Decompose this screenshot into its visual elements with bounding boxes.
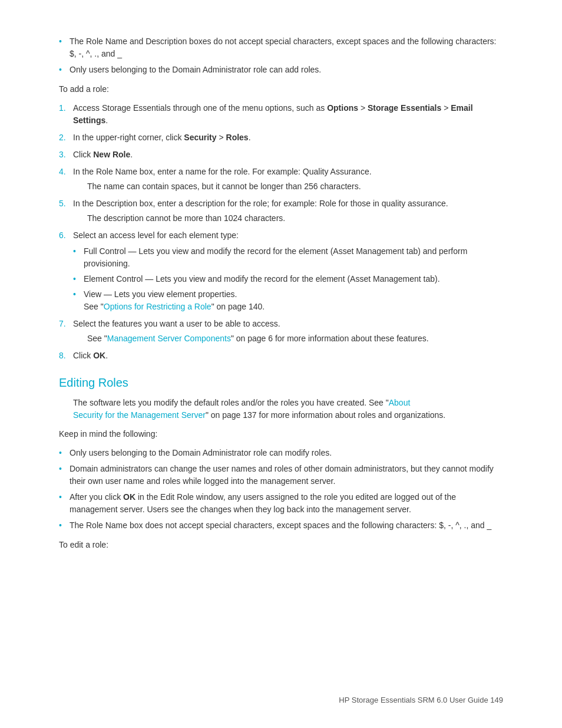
step-8: 8. Click OK. bbox=[59, 350, 503, 362]
editing-bullet-1: Only users belonging to the Domain Admin… bbox=[59, 447, 503, 459]
editing-roles-heading: Editing Roles bbox=[59, 376, 503, 390]
management-server-components-link[interactable]: Management Server Components bbox=[107, 334, 231, 343]
step-6-subbullets: Full Control — Lets you view and modify … bbox=[73, 245, 503, 313]
editing-bullet-4: The Role Name box does not accept specia… bbox=[59, 519, 503, 532]
step-1-num: 1. bbox=[59, 102, 66, 114]
step-7-note: See "Management Server Components" on pa… bbox=[87, 332, 503, 345]
step-1-text: Access Storage Essentials through one of… bbox=[73, 103, 473, 125]
editing-bullets: Only users belonging to the Domain Admin… bbox=[59, 447, 503, 532]
to-add-role: To add a role: bbox=[59, 83, 503, 96]
security-management-server-link[interactable]: Security for the Management Server bbox=[73, 410, 206, 420]
step-5-text: In the Description box, enter a descript… bbox=[73, 199, 448, 208]
step-4-note: The name can contain spaces, but it cann… bbox=[87, 180, 503, 193]
step-6-text: Select an access level for each element … bbox=[73, 230, 239, 240]
editing-bullet-3: After you click OK in the Edit Role wind… bbox=[59, 491, 503, 516]
step-1: 1. Access Storage Essentials through one… bbox=[59, 102, 503, 127]
intro-bullets: The Role Name and Description boxes do n… bbox=[59, 35, 503, 76]
keep-in-mind: Keep in mind the following: bbox=[59, 428, 503, 441]
step-3-text: Click New Role. bbox=[73, 150, 133, 159]
step-8-text: Click OK. bbox=[73, 351, 108, 360]
editing-intro-text: The software lets you modify the default… bbox=[73, 397, 503, 422]
step-6: 6. Select an access level for each eleme… bbox=[59, 229, 503, 313]
to-edit-role: To edit a role: bbox=[59, 539, 503, 552]
step-7-text: Select the features you want a user to b… bbox=[73, 319, 280, 328]
step-2: 2. In the upper-right corner, click Secu… bbox=[59, 131, 503, 144]
step-8-num: 8. bbox=[59, 350, 66, 362]
step-3-num: 3. bbox=[59, 149, 66, 161]
step-7: 7. Select the features you want a user t… bbox=[59, 318, 503, 345]
steps-list: 1. Access Storage Essentials through one… bbox=[59, 102, 503, 362]
options-restricting-link[interactable]: Options for Restricting a Role bbox=[104, 302, 211, 311]
step-5-note: The description cannot be more than 1024… bbox=[87, 212, 503, 225]
step-7-num: 7. bbox=[59, 318, 66, 330]
step-3: 3. Click New Role. bbox=[59, 149, 503, 161]
editing-bullet-2: Domain administrators can change the use… bbox=[59, 463, 503, 487]
page: The Role Name and Description boxes do n… bbox=[0, 0, 562, 728]
step-5: 5. In the Description box, enter a descr… bbox=[59, 197, 503, 225]
intro-bullet-1: The Role Name and Description boxes do n… bbox=[59, 35, 503, 60]
step-5-num: 5. bbox=[59, 197, 66, 210]
editing-intro-para: The software lets you modify the default… bbox=[73, 397, 503, 422]
step-2-text: In the upper-right corner, click Securit… bbox=[73, 133, 251, 142]
page-footer: HP Storage Essentials SRM 6.0 User Guide… bbox=[339, 696, 503, 704]
intro-bullet-2: Only users belonging to the Domain Admin… bbox=[59, 64, 503, 76]
step-6-num: 6. bbox=[59, 229, 66, 242]
step-4: 4. In the Role Name box, enter a name fo… bbox=[59, 166, 503, 193]
step-6-sub-3: View — Lets you view element properties.… bbox=[73, 288, 503, 313]
step-6-sub-2: Element Control — Lets you view and modi… bbox=[73, 273, 503, 285]
about-link[interactable]: About bbox=[389, 398, 411, 407]
step-4-num: 4. bbox=[59, 166, 66, 178]
step-6-sub-1: Full Control — Lets you view and modify … bbox=[73, 245, 503, 270]
step-4-text: In the Role Name box, enter a name for t… bbox=[73, 167, 372, 176]
step-2-num: 2. bbox=[59, 131, 66, 144]
